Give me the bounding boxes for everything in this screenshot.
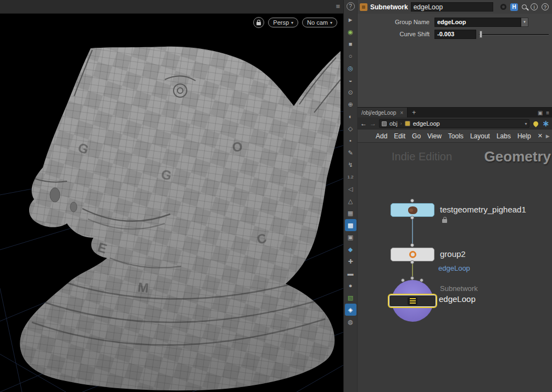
parameter-pane: Subnetwork H i ? Group Name ▾ Curve Shif… — [358, 0, 552, 107]
network-tab[interactable]: /obj/edgeLoop × — [358, 108, 408, 117]
node-name-input[interactable] — [411, 2, 493, 12]
expand-icon[interactable]: ▶ — [546, 133, 550, 139]
parameter-header: Subnetwork H i ? — [358, 0, 552, 14]
node-output-connector[interactable] — [410, 216, 414, 220]
menu-add[interactable]: Add — [376, 132, 387, 140]
viewport-tool-icon[interactable]: ◐ — [345, 110, 356, 122]
viewport-tool-icons: ► ◉ ■ ○ ◎ ◒ ⊙ ⊕ ◐ ◇ • ✎ ↯ 1.2 ◁ △ ▦ ▩ ▣ … — [345, 14, 356, 328]
node-input-connector[interactable] — [410, 243, 414, 247]
viewport-tool-icon[interactable]: ✎ — [345, 147, 356, 159]
menu-help[interactable]: Help — [517, 132, 531, 140]
viewport-tool-icon[interactable]: ▦ — [345, 207, 356, 219]
menu-view[interactable]: View — [427, 132, 442, 140]
breadcrumb-separator-icon: › — [400, 121, 402, 126]
parameter-row-curve-shift: Curve Shift — [358, 29, 552, 39]
pane-layout-icon[interactable]: ▣ — [538, 110, 543, 116]
viewport-tool-icon[interactable]: ● — [345, 279, 356, 292]
menu-tools[interactable]: Tools — [448, 132, 464, 140]
menu-labs[interactable]: Labs — [497, 132, 511, 140]
projection-selector[interactable]: Persp ▾ — [268, 18, 298, 27]
viewport-tool-icon[interactable]: ◉ — [345, 26, 356, 38]
gear-icon[interactable] — [500, 4, 506, 10]
menu-edit[interactable]: Edit — [394, 132, 405, 140]
network-canvas[interactable]: Indie Edition Geometry testgeometry_pigh… — [358, 143, 552, 392]
info-icon[interactable]: i — [531, 3, 538, 10]
parameter-row-group-name: Group Name ▾ — [358, 17, 552, 27]
viewport-tool-icon[interactable]: ▧ — [345, 292, 356, 304]
help-icon[interactable]: ? — [542, 3, 549, 10]
group-dropdown-button[interactable]: ▾ — [521, 18, 528, 27]
node-output-connector[interactable] — [410, 260, 414, 264]
breadcrumb-obj[interactable]: obj — [389, 120, 398, 127]
node-badge-dot[interactable] — [401, 278, 405, 282]
viewport-tool-icon[interactable]: ► — [345, 14, 356, 26]
viewport-tool-icon[interactable]: ◍ — [345, 316, 356, 328]
viewport-tool-icon[interactable]: △ — [345, 195, 356, 207]
viewport-tool-icon[interactable]: ⊙ — [345, 86, 356, 98]
viewport-tool-icon[interactable]: ⊕ — [345, 98, 356, 110]
menu-layout[interactable]: Layout — [470, 132, 490, 140]
new-tab-button[interactable]: + — [408, 109, 420, 116]
close-tab-icon[interactable]: × — [400, 110, 403, 116]
viewport-controls: Persp ▾ No cam ▾ — [253, 17, 337, 28]
help-icon[interactable]: ? — [347, 2, 355, 10]
search-icon[interactable] — [522, 4, 527, 9]
viewport-scene: G O E M C G — [0, 14, 343, 392]
path-dropdown-icon[interactable]: ▾ — [525, 121, 527, 126]
viewport-tool-icon[interactable]: ◈ — [345, 304, 356, 316]
parameter-label: Group Name — [358, 19, 434, 25]
uv-texture-letter: O — [231, 139, 243, 155]
forward-button[interactable]: → — [370, 120, 376, 127]
subnetwork-icon — [408, 297, 417, 305]
node-input-connector[interactable] — [410, 199, 414, 203]
node-group2[interactable] — [391, 248, 434, 261]
viewport-pane: ≡ — [0, 0, 343, 392]
node-testgeometry-pighead1[interactable] — [391, 203, 434, 217]
display-options-icon[interactable]: ≡ — [336, 2, 340, 10]
viewport-tool-icon[interactable]: ○ — [345, 50, 356, 62]
node-badge-dot[interactable] — [420, 278, 423, 282]
viewport-tool-icon[interactable]: ◆ — [345, 243, 356, 255]
subnetwork-op-icon — [360, 3, 367, 11]
back-button[interactable]: ← — [360, 120, 367, 127]
houdini-window: ≡ — [0, 0, 552, 392]
camera-lock-button[interactable] — [253, 17, 264, 28]
pane-menu-icon[interactable]: ≡ — [546, 110, 549, 116]
viewport-tool-icon[interactable]: ◇ — [345, 122, 356, 135]
viewport-tool-icon[interactable]: ✚ — [345, 255, 356, 267]
obj-context-icon — [382, 121, 387, 126]
group-name-input[interactable] — [434, 18, 521, 27]
node-label[interactable]: group2 — [440, 249, 466, 259]
viewport-tool-icon[interactable]: ◒ — [345, 74, 356, 86]
pin-icon[interactable] — [533, 120, 540, 127]
node-label[interactable]: testgeometry_pighead1 — [440, 205, 526, 214]
parameter-label: Curve Shift — [358, 31, 434, 37]
output-group-label[interactable]: edgeLoop — [438, 264, 470, 272]
viewport-tool-icon[interactable]: 1.2 — [345, 171, 356, 183]
curve-shift-slider[interactable] — [479, 30, 549, 39]
node-badge-dot[interactable] — [410, 276, 414, 280]
node-edgeloop-subnetwork[interactable] — [388, 294, 437, 308]
lock-icon — [257, 22, 261, 25]
viewport-tool-icon[interactable]: ▬ — [345, 267, 356, 279]
menu-go[interactable]: Go — [412, 132, 421, 140]
camera-selector[interactable]: No cam ▾ — [302, 18, 337, 27]
node-type-label: Subnetwork — [370, 3, 408, 11]
viewport-tool-icon[interactable]: ◁ — [345, 183, 356, 195]
node-label[interactable]: edgeLoop — [439, 294, 476, 304]
viewport-tool-icon[interactable]: • — [345, 135, 356, 147]
viewport-tool-icon[interactable]: ▩ — [345, 219, 356, 231]
slider-handle[interactable] — [479, 31, 482, 38]
breadcrumb-edgeloop[interactable]: edgeLoop — [413, 120, 440, 127]
link-sync-icon[interactable]: ∗ — [542, 119, 549, 128]
subnet-node-icon — [405, 121, 410, 126]
houdini-badge-icon[interactable]: H — [510, 3, 518, 11]
curve-shift-input[interactable] — [434, 30, 476, 39]
viewport-3d[interactable]: G O E M C G Persp ▾ — [0, 14, 343, 392]
pighead-icon — [408, 206, 417, 214]
viewport-tool-icon[interactable]: ■ — [345, 38, 356, 50]
viewport-tool-icon[interactable]: ↯ — [345, 159, 356, 171]
viewport-tool-icon[interactable]: ▣ — [345, 231, 356, 243]
tools-icon[interactable]: ✕ — [538, 132, 543, 139]
viewport-tool-icon[interactable]: ◎ — [345, 62, 356, 74]
